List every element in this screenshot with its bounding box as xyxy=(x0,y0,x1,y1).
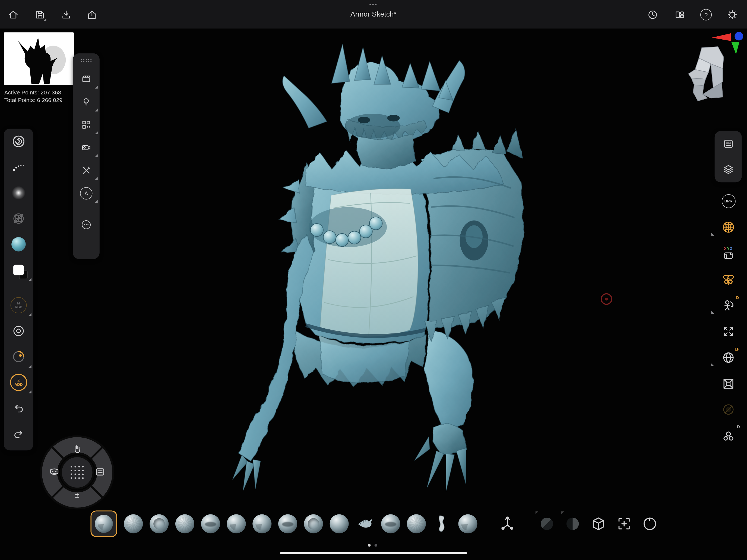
submenu-caret xyxy=(28,278,31,281)
panel-drag-handle[interactable] xyxy=(73,53,100,68)
help-button[interactable]: ? xyxy=(698,7,714,23)
redo-button[interactable] xyxy=(4,421,33,447)
submenu-caret xyxy=(95,177,98,180)
polyframe-button[interactable] xyxy=(717,216,740,239)
thumbnail-silhouette xyxy=(4,32,74,85)
submenu-caret xyxy=(95,86,98,89)
contrast-sphere-button[interactable] xyxy=(563,514,582,533)
mask-button[interactable] xyxy=(46,464,63,481)
texture-button[interactable] xyxy=(4,206,33,232)
zoom-button[interactable]: ± xyxy=(69,487,86,504)
more-options-button[interactable] xyxy=(73,213,100,236)
symmetry-button[interactable] xyxy=(717,269,740,291)
brush-shell[interactable] xyxy=(407,514,426,533)
floor-grid-button[interactable]: XYZ xyxy=(717,241,740,264)
scene-list-button[interactable] xyxy=(715,131,742,157)
alpha-button[interactable] xyxy=(4,180,33,206)
transform-gizmo-button[interactable] xyxy=(498,514,517,533)
camera-pivot-indicator xyxy=(599,292,614,306)
symmetry-butterfly-icon xyxy=(721,272,736,288)
brush-round[interactable] xyxy=(304,514,323,533)
quick-menu-button[interactable] xyxy=(92,464,109,481)
material-disabled-button[interactable] xyxy=(717,398,740,421)
primary-color-swatch xyxy=(13,265,24,275)
subtool-button[interactable]: D xyxy=(717,425,740,448)
brush-pillar[interactable] xyxy=(433,514,452,533)
frame-select-button[interactable] xyxy=(615,514,634,533)
bpr-render-button[interactable]: BPR xyxy=(717,190,740,212)
mask-sphere-button[interactable] xyxy=(537,514,557,533)
submenu-caret xyxy=(561,511,564,514)
lighting-button[interactable] xyxy=(73,90,100,113)
document-thumbnail[interactable] xyxy=(4,32,74,85)
zadd-mode-button[interactable]: ZADD xyxy=(4,370,33,395)
brush-vortex[interactable] xyxy=(458,514,477,533)
brush-sphere[interactable] xyxy=(330,514,349,533)
mask-face-icon xyxy=(49,466,60,477)
contrast-sphere-icon xyxy=(565,516,581,532)
stroke-button[interactable] xyxy=(4,154,33,180)
plus-minus-icon: ± xyxy=(75,490,79,500)
brush-ridged[interactable] xyxy=(175,514,195,533)
axis-y-green xyxy=(731,42,739,54)
brush-slot-selected[interactable] xyxy=(91,510,117,537)
fish-icon xyxy=(356,516,374,531)
pose-tool-button[interactable]: D xyxy=(717,294,740,317)
material-button[interactable] xyxy=(4,232,33,257)
brush-wave[interactable] xyxy=(227,514,246,533)
annotation-button[interactable]: A xyxy=(73,182,100,205)
scene-panel xyxy=(715,131,742,183)
render-button[interactable] xyxy=(73,68,100,90)
lightbox-button[interactable]: LF xyxy=(717,346,740,369)
mrgb-mode-button[interactable]: MRGB xyxy=(4,292,33,318)
brush-spiral[interactable] xyxy=(253,514,272,533)
pan-hand-button[interactable] xyxy=(69,441,86,458)
help-icon: ? xyxy=(700,9,712,20)
brush-rock[interactable] xyxy=(124,514,143,533)
current-brush-button[interactable] xyxy=(4,129,33,154)
material-sphere-icon xyxy=(11,237,26,251)
dynamesh-cube-button[interactable] xyxy=(589,514,608,533)
perspective-button[interactable] xyxy=(717,372,740,395)
brush-shelf xyxy=(91,511,659,536)
nav-pad-center[interactable] xyxy=(61,456,93,488)
window-handle-dots[interactable]: ••• xyxy=(0,0,747,9)
sculpt-model-armor-creature xyxy=(205,36,552,507)
tools-button[interactable] xyxy=(73,159,100,182)
brush-cracked[interactable] xyxy=(150,514,169,533)
history-button[interactable] xyxy=(645,7,661,23)
brush-slash[interactable] xyxy=(278,514,297,533)
frame-icon xyxy=(616,516,632,532)
brush-drop[interactable] xyxy=(381,514,400,533)
fullscreen-button[interactable] xyxy=(717,320,740,343)
brush-sidebar: MRGB ZADD xyxy=(4,129,33,450)
globe-icon xyxy=(722,351,735,364)
color-swatch-button[interactable] xyxy=(4,257,33,283)
pager-dot-active[interactable] xyxy=(368,544,371,547)
pager-dot-inactive[interactable] xyxy=(375,544,378,547)
submenu-caret xyxy=(536,511,539,514)
home-indicator[interactable] xyxy=(280,552,467,554)
focal-shift-button[interactable] xyxy=(4,344,33,370)
lasso-button[interactable] xyxy=(640,514,659,533)
display-layout-button[interactable] xyxy=(672,7,688,23)
shelf-pager xyxy=(368,544,377,547)
pose-d-tag: D xyxy=(736,296,739,300)
total-points-label: Total Points: 6,266,029 xyxy=(4,97,62,103)
settings-button[interactable] xyxy=(724,7,741,23)
camera-button[interactable] xyxy=(73,136,100,159)
bpr-icon: BPR xyxy=(721,194,735,208)
brush-dented[interactable] xyxy=(201,514,220,533)
brush-fish[interactable] xyxy=(355,514,374,533)
radial-symmetry-button[interactable] xyxy=(4,318,33,344)
layers-button[interactable] xyxy=(715,157,742,182)
mask-sphere-icon xyxy=(539,516,555,532)
polyframe-wire-icon xyxy=(721,220,736,234)
reference-grid-button[interactable] xyxy=(73,113,100,136)
hand-icon xyxy=(72,444,82,454)
axis-indicator xyxy=(711,30,745,55)
brush-clay-swirl-icon xyxy=(95,515,113,533)
undo-button[interactable] xyxy=(4,395,33,421)
submenu-caret xyxy=(95,154,98,157)
lf-tag: LF xyxy=(735,347,739,351)
